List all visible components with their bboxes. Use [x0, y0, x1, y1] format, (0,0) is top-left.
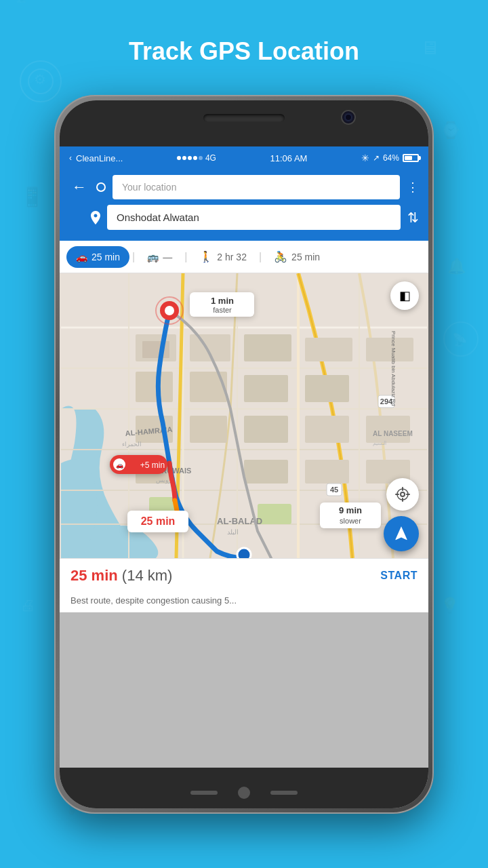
map-location-button[interactable] [386, 478, 419, 511]
phone-speaker [203, 114, 285, 122]
svg-rect-34 [305, 375, 349, 402]
transit-label: — [163, 252, 172, 262]
bike-label: 25 min [291, 252, 320, 262]
status-bar: ‹ CleanLine... 4G 1 [60, 146, 428, 170]
signal-dot-2 [182, 156, 186, 160]
tab-sep-3: | [259, 251, 262, 263]
svg-rect-28 [136, 372, 173, 402]
status-right: ✳ ↗ 64% [361, 153, 419, 163]
time-label: 11:06 AM [270, 153, 307, 163]
svg-rect-33 [305, 338, 352, 361]
tab-walk[interactable]: 🚶 2 hr 32 [190, 245, 256, 269]
svg-rect-27 [142, 341, 169, 358]
svg-rect-42 [244, 460, 288, 484]
battery-percent-label: 64% [383, 153, 399, 163]
svg-rect-30 [190, 372, 227, 402]
svg-rect-39 [305, 416, 349, 443]
app-name-label: CleanLine... [76, 153, 123, 163]
signal-dot-3 [188, 156, 192, 160]
svg-text:+5 min: +5 min [140, 460, 165, 470]
swap-directions-button[interactable]: ⇅ [407, 210, 419, 226]
phone-screen-area: ‹ CleanLine... 4G 1 [60, 100, 428, 808]
physical-buttons [190, 787, 298, 799]
route-time-display: 25 min (14 km) [70, 567, 172, 585]
svg-rect-32 [244, 375, 288, 402]
svg-text:الحمراء: الحمراء [122, 441, 142, 448]
signal-dot-5 [199, 156, 203, 160]
svg-point-63 [165, 306, 174, 315]
target-icon [394, 486, 411, 502]
navigate-button[interactable] [384, 516, 419, 551]
transport-tabs: 🚗 25 min | 🚌 — | 🚶 2 hr 32 | [60, 241, 428, 273]
walk-icon: 🚶 [199, 250, 213, 263]
svg-text:45: 45 [330, 486, 338, 494]
page-title: Track GPS Location [0, 0, 488, 86]
battery-fill [405, 156, 413, 160]
svg-text:البلد: البلد [227, 528, 239, 536]
bottom-row-main: 25 min (14 km) START [70, 567, 418, 585]
signal-dot-1 [177, 156, 181, 160]
back-chevron: ‹ [69, 153, 72, 163]
tab-sep-2: | [184, 251, 187, 263]
destination-row: Onshodat Alwatan ⇅ [69, 205, 419, 230]
phone-shell: ‹ CleanLine... 4G 1 [54, 95, 434, 814]
svg-text:⌚: ⌚ [441, 120, 461, 140]
svg-rect-38 [244, 416, 288, 443]
tab-transit[interactable]: 🚌 — [138, 246, 182, 268]
origin-input[interactable]: Your location [113, 175, 400, 199]
tab-bike[interactable]: 🚴 25 min [264, 245, 329, 269]
route-time-value: 25 min [70, 567, 118, 584]
layers-icon: ◧ [399, 288, 411, 303]
route-distance-value: (14 km) [122, 567, 173, 584]
svg-point-78 [401, 492, 405, 496]
svg-rect-43 [305, 460, 349, 484]
svg-text:النسيم: النسيم [373, 440, 386, 446]
destination-pin-icon [91, 211, 100, 224]
battery-icon [403, 154, 419, 162]
svg-text:25 min: 25 min [141, 515, 176, 527]
navigation-header: ← Your location ⋮ [60, 170, 428, 241]
more-options-button[interactable]: ⋮ [407, 180, 419, 195]
navigate-arrow-icon [392, 525, 410, 542]
svg-rect-46 [258, 504, 291, 524]
svg-text:1 min: 1 min [211, 296, 234, 306]
signal-dots [177, 156, 203, 160]
phone-camera [341, 110, 356, 125]
origin-placeholder: Your location [122, 182, 176, 193]
svg-text:💡: 💡 [441, 596, 460, 614]
phone-device: ‹ CleanLine... 4G 1 [54, 95, 434, 814]
screen-content: ‹ CleanLine... 4G 1 [60, 146, 428, 768]
back-button[interactable]: ← [69, 176, 89, 199]
walk-label: 2 hr 32 [217, 252, 247, 262]
top-bezel [60, 100, 428, 146]
status-left: ‹ CleanLine... [69, 153, 123, 163]
svg-rect-35 [366, 338, 413, 361]
origin-row: ← Your location ⋮ [69, 175, 419, 199]
svg-rect-40 [366, 416, 410, 443]
tab-sep-1: | [132, 251, 135, 263]
svg-text:📱: 📱 [20, 186, 44, 208]
bike-icon: 🚴 [274, 250, 287, 263]
svg-rect-31 [244, 334, 291, 361]
svg-text:🚗: 🚗 [116, 461, 124, 469]
destination-value: Onshodat Alwatan [117, 212, 199, 223]
time-display: 11:06 AM [270, 153, 307, 163]
map-layers-button[interactable]: ◧ [390, 281, 419, 310]
destination-input[interactable]: Onshodat Alwatan [107, 205, 401, 230]
physical-home-btn [238, 787, 250, 799]
map-area[interactable]: AL-HAMRA'A الحمراء AL-RUWAIS الرويس AL-B… [60, 273, 428, 558]
transit-icon: 🚌 [147, 252, 159, 262]
brightness-icon: ✳ [361, 153, 369, 163]
map-svg: AL-HAMRA'A الحمراء AL-RUWAIS الرويس AL-B… [60, 273, 428, 558]
bottom-panel: 25 min (14 km) START Best route, despite… [60, 558, 428, 612]
location-icon: ↗ [373, 153, 380, 163]
physical-recent-btn [270, 791, 298, 795]
bottom-bezel [60, 768, 428, 808]
start-navigation-button[interactable]: START [380, 570, 418, 582]
tab-car[interactable]: 🚗 25 min [66, 246, 129, 268]
svg-point-10 [444, 322, 478, 356]
network-label: 4G [205, 153, 216, 163]
svg-text:AL NASEEM: AL NASEEM [373, 430, 413, 437]
svg-text:🖨: 🖨 [20, 597, 35, 614]
origin-dot-icon [96, 182, 106, 192]
